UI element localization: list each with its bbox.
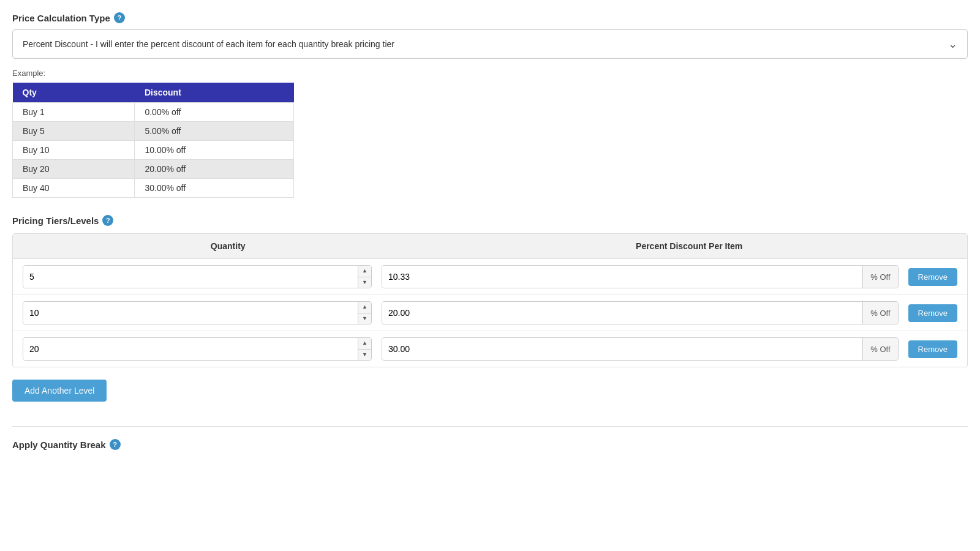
tiers-header-discount: Percent Discount Per Item [396,241,957,251]
remove-tier-button[interactable]: Remove [908,340,957,358]
discount-input[interactable] [382,266,862,288]
discount-input[interactable] [382,302,862,324]
example-table-cell: Buy 10 [13,141,135,160]
discount-suffix: % Off [862,338,897,360]
add-another-level-button[interactable]: Add Another Level [12,380,107,402]
qty-input-wrapper: ▲▼ [23,265,372,288]
example-table-cell: Buy 20 [13,160,135,179]
example-table-cell: 30.00% off [135,179,294,198]
price-calc-dropdown[interactable]: Percent Discount - I will enter the perc… [12,29,968,59]
tiers-rows-container: ▲▼% OffRemove▲▼% OffRemove▲▼% OffRemove [13,259,967,367]
qty-input[interactable] [23,266,358,288]
example-table-header-discount: Discount [135,83,294,103]
tier-row: ▲▼% OffRemove [13,295,967,331]
price-calc-type-label: Price Calculation Type [12,13,110,23]
qty-input-wrapper: ▲▼ [23,337,372,361]
discount-suffix: % Off [862,302,897,324]
qty-input[interactable] [23,302,358,324]
example-table-cell: 10.00% off [135,141,294,160]
tier-row: ▲▼% OffRemove [13,259,967,295]
qty-input[interactable] [23,338,358,360]
qty-down-button[interactable]: ▼ [358,277,371,288]
qty-input-wrapper: ▲▼ [23,301,372,324]
price-calc-help-icon[interactable]: ? [114,12,125,23]
apply-qty-break-help-icon[interactable]: ? [110,439,121,450]
remove-tier-button[interactable]: Remove [908,268,957,286]
qty-up-button[interactable]: ▲ [358,302,371,313]
chevron-down-icon: ⌄ [948,37,957,51]
tiers-header: Quantity Percent Discount Per Item [13,234,967,259]
example-table-cell: 0.00% off [135,103,294,122]
discount-suffix: % Off [862,266,897,288]
pricing-tiers-section: Pricing Tiers/Levels ? Quantity Percent … [12,215,968,414]
example-table-cell: Buy 1 [13,103,135,122]
apply-qty-break-label: Apply Quantity Break [12,440,106,450]
pricing-tiers-label: Pricing Tiers/Levels [12,216,99,226]
remove-tier-button[interactable]: Remove [908,304,957,322]
example-table-cell: 5.00% off [135,122,294,141]
example-table-cell: Buy 5 [13,122,135,141]
pricing-tiers-title: Pricing Tiers/Levels ? [12,215,968,226]
example-table: Qty Discount Buy 10.00% offBuy 55.00% of… [12,83,294,198]
apply-qty-break-title: Apply Quantity Break ? [12,439,968,450]
tier-right: Remove [908,304,957,322]
qty-down-button[interactable]: ▼ [358,313,371,324]
qty-down-button[interactable]: ▼ [358,350,371,361]
pricing-tiers-help-icon[interactable]: ? [102,215,113,226]
example-label: Example: [12,69,968,78]
tiers-table-container: Quantity Percent Discount Per Item ▲▼% O… [12,233,968,367]
qty-up-button[interactable]: ▲ [358,338,371,350]
tier-right: Remove [908,268,957,286]
qty-up-button[interactable]: ▲ [358,266,371,277]
example-table-header-qty: Qty [13,83,135,103]
example-table-cell: 20.00% off [135,160,294,179]
discount-input-wrapper: % Off [382,265,899,288]
tiers-header-qty: Quantity [23,241,396,251]
price-calc-selected-option: Percent Discount - I will enter the perc… [23,39,394,49]
tier-right: Remove [908,340,957,358]
apply-quantity-break-section: Apply Quantity Break ? [12,439,968,450]
tier-row: ▲▼% OffRemove [13,331,967,367]
section-divider [12,426,968,427]
example-table-cell: Buy 40 [13,179,135,198]
price-calc-type-title: Price Calculation Type ? [12,12,968,23]
discount-input-wrapper: % Off [382,337,899,361]
discount-input-wrapper: % Off [382,301,899,324]
discount-input[interactable] [382,338,862,360]
